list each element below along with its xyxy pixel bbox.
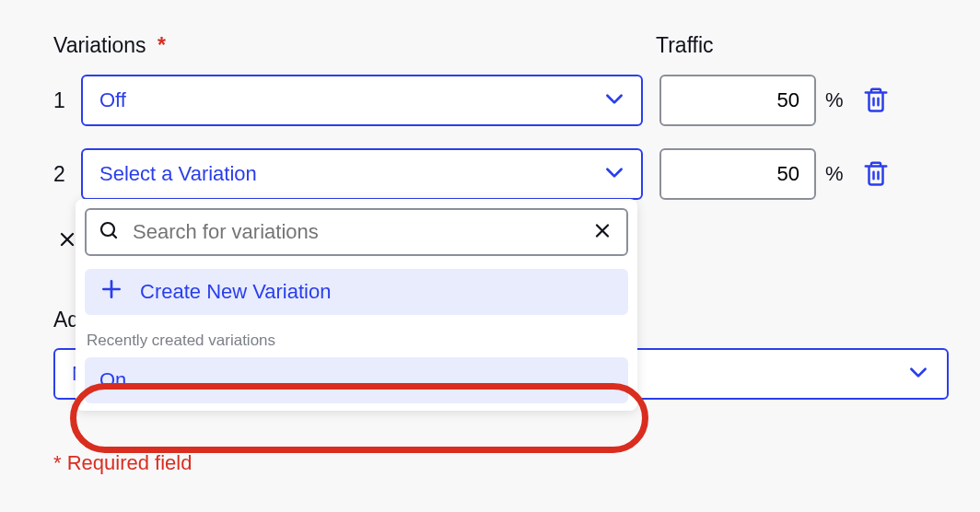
plus-icon [99, 277, 123, 307]
variations-header: Variations * [53, 33, 650, 58]
variation-dropdown: Create New Variation Recently created va… [76, 199, 637, 411]
traffic-input[interactable] [659, 148, 816, 200]
traffic-header: Traffic [656, 33, 714, 58]
percent-label: % [825, 88, 844, 112]
variation-index: 2 [53, 162, 81, 187]
variation-option[interactable]: On [85, 357, 628, 403]
recent-variations-label: Recently created variations [87, 332, 626, 350]
variations-label: Variations [53, 33, 146, 57]
required-footnote: * Required field [53, 451, 192, 475]
variation-select[interactable]: Select a Variation [81, 148, 643, 200]
variation-select-value: Off [99, 88, 126, 112]
required-asterisk: * [158, 33, 166, 57]
chevron-down-icon [602, 160, 626, 188]
chevron-down-icon [906, 360, 930, 388]
variation-index: 1 [53, 88, 81, 113]
variation-search-input[interactable] [85, 208, 628, 256]
create-variation-button[interactable]: Create New Variation [85, 269, 628, 315]
variation-select[interactable]: Off [81, 75, 643, 126]
traffic-input[interactable] [659, 75, 816, 126]
close-icon [591, 231, 613, 245]
variation-option-label: On [99, 368, 126, 392]
delete-row-button[interactable] [858, 156, 893, 193]
percent-label: % [825, 162, 844, 186]
variation-select-value: Select a Variation [99, 162, 257, 186]
trash-icon [862, 176, 890, 190]
create-variation-label: Create New Variation [140, 280, 331, 304]
chevron-down-icon [602, 87, 626, 114]
trash-icon [862, 102, 890, 116]
clear-search-button[interactable] [588, 216, 617, 249]
delete-row-button[interactable] [858, 82, 893, 120]
